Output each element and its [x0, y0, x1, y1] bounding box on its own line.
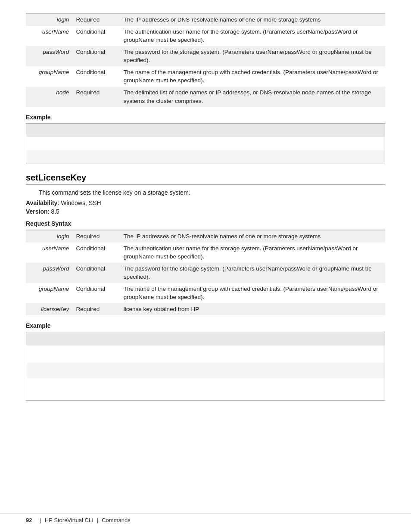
table-row: passWord Conditional The password for th… — [26, 46, 385, 66]
command-title: setLicenseKey — [26, 173, 385, 185]
example-row — [26, 345, 385, 363]
param-desc: The authentication user name for the sto… — [121, 26, 385, 46]
param-name: groupName — [26, 283, 73, 303]
param-desc: The IP addresses or DNS-resolvable names… — [121, 230, 385, 243]
table-row: login Required The IP addresses or DNS-r… — [26, 230, 385, 243]
license-example-heading: Example — [26, 322, 385, 329]
availability-value: Windows, SSH — [61, 199, 101, 206]
example-row — [26, 363, 385, 378]
param-desc: The authentication user name for the sto… — [121, 243, 385, 263]
param-name: userName — [26, 243, 73, 263]
param-req: Conditional — [73, 46, 121, 66]
footer-page-number: 92 — [26, 517, 32, 523]
license-example-section: Example — [26, 322, 385, 401]
request-syntax-heading: Request Syntax — [26, 220, 385, 227]
top-params-table: login Required The IP addresses or DNS-r… — [26, 14, 385, 107]
example-row — [26, 150, 385, 164]
param-req: Required — [73, 87, 121, 107]
command-description: This command sets the license key on a s… — [26, 189, 385, 196]
top-example-box — [26, 123, 385, 164]
version-label: Version — [26, 208, 48, 215]
footer-section: Commands — [102, 517, 130, 523]
availability-line: Availability: Windows, SSH — [26, 199, 385, 206]
example-row — [26, 124, 385, 137]
table-row: licenseKey Required license key obtained… — [26, 303, 385, 315]
version-value: 8.5 — [51, 208, 59, 215]
footer-sep1: | — [40, 517, 41, 523]
param-name: passWord — [26, 263, 73, 283]
param-desc: The name of the management group with ca… — [121, 66, 385, 87]
param-req: Conditional — [73, 26, 121, 46]
table-row: login Required The IP addresses or DNS-r… — [26, 14, 385, 26]
param-req: Conditional — [73, 263, 121, 283]
page: login Required The IP addresses or DNS-r… — [0, 0, 411, 532]
param-desc: The password for the storage system. (Pa… — [121, 263, 385, 283]
availability-label: Availability — [26, 199, 57, 206]
param-name: userName — [26, 26, 73, 46]
param-desc: license key obtained from HP — [121, 303, 385, 315]
param-req: Conditional — [73, 243, 121, 263]
param-name: login — [26, 14, 73, 26]
footer-product: HP StoreVirtual CLI — [45, 517, 93, 523]
license-params-table: login Required The IP addresses or DNS-r… — [26, 230, 385, 315]
param-desc: The password for the storage system. (Pa… — [121, 46, 385, 66]
param-desc: The delimited list of node names or IP a… — [121, 87, 385, 107]
license-example-box — [26, 332, 385, 401]
param-req: Required — [73, 230, 121, 243]
param-name: passWord — [26, 46, 73, 66]
param-name: node — [26, 87, 73, 107]
param-name: groupName — [26, 66, 73, 87]
example-row — [26, 332, 385, 345]
top-example-section: Example — [26, 114, 385, 164]
table-row: userName Conditional The authentication … — [26, 243, 385, 263]
top-example-heading: Example — [26, 114, 385, 121]
footer: 92 | HP StoreVirtual CLI | Commands — [0, 513, 411, 523]
param-desc: The IP addresses or DNS-resolvable names… — [121, 14, 385, 26]
footer-sep2: | — [97, 517, 98, 523]
param-name: login — [26, 230, 73, 243]
example-row — [26, 137, 385, 150]
setlicensekey-section: setLicenseKey This command sets the lice… — [26, 173, 385, 401]
param-req: Required — [73, 303, 121, 315]
param-req: Conditional — [73, 283, 121, 303]
param-req: Conditional — [73, 66, 121, 87]
param-req: Required — [73, 14, 121, 26]
table-row: groupName Conditional The name of the ma… — [26, 66, 385, 87]
table-row: userName Conditional The authentication … — [26, 26, 385, 46]
param-desc: The name of the management group with ca… — [121, 283, 385, 303]
table-row: groupName Conditional The name of the ma… — [26, 283, 385, 303]
table-row: passWord Conditional The password for th… — [26, 263, 385, 283]
version-line: Version: 8.5 — [26, 208, 385, 215]
table-row: node Required The delimited list of node… — [26, 87, 385, 107]
example-row — [26, 378, 385, 392]
param-name: licenseKey — [26, 303, 73, 315]
